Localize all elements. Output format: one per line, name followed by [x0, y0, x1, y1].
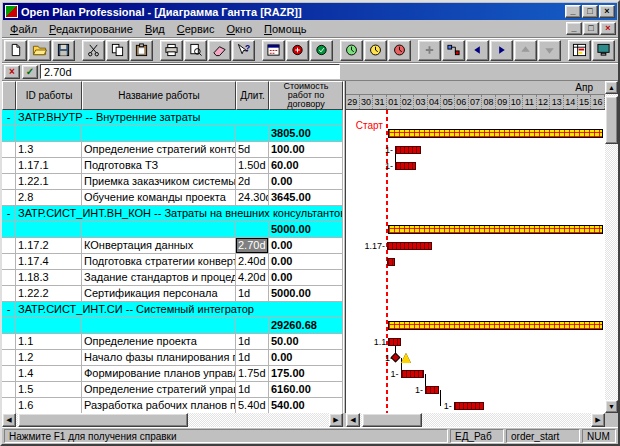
- group-title-cell[interactable]: ЗАТР.ВНУТР -- Внутренние затраты: [16, 110, 343, 126]
- eraser-button[interactable]: [208, 40, 231, 61]
- cancel-edit-button[interactable]: ×: [4, 65, 20, 79]
- task-bar[interactable]: [387, 258, 395, 266]
- table-scroll-track[interactable]: [16, 413, 329, 427]
- summary-bar[interactable]: [388, 225, 603, 234]
- gantt-scroll-left-button[interactable]: ◀: [346, 413, 360, 427]
- duration-cell[interactable]: 1d: [236, 286, 269, 302]
- duration-cell[interactable]: 2.70d: [236, 238, 269, 254]
- clock-red-button[interactable]: [388, 40, 411, 61]
- screen-button[interactable]: [592, 40, 615, 61]
- id-column-header[interactable]: ID работы: [16, 81, 82, 110]
- activity-name-cell[interactable]: Разработка рабочих планов проекта: [82, 398, 236, 413]
- activity-id-cell[interactable]: 1.18.3: [16, 270, 82, 286]
- duration-cell[interactable]: 1.75d: [236, 366, 269, 382]
- view-settings-button[interactable]: [568, 40, 591, 61]
- activity-name-cell[interactable]: КОнвертация данных: [82, 238, 236, 254]
- gantt-scroll-track[interactable]: [360, 413, 591, 427]
- cost-cell[interactable]: 540.00: [269, 398, 343, 413]
- table-scroll-right-button[interactable]: ▶: [329, 413, 343, 427]
- paste-button[interactable]: [130, 40, 153, 61]
- print-preview-button[interactable]: [184, 40, 207, 61]
- duration-cell[interactable]: 4.20d: [236, 270, 269, 286]
- cut-button[interactable]: [82, 40, 105, 61]
- duration-cell[interactable]: [236, 318, 269, 334]
- copy-button[interactable]: [106, 40, 129, 61]
- name-column-header[interactable]: Название работы: [82, 81, 236, 110]
- activity-name-cell[interactable]: Подготовка ТЗ: [82, 158, 236, 174]
- activity-name-cell[interactable]: Сертификация персонала: [82, 286, 236, 302]
- group-title-cell[interactable]: ЗАТР.СИСТ_ИНТ.СИ -- Системный интегратор: [16, 302, 343, 318]
- context-help-button[interactable]: ?: [232, 40, 255, 61]
- accept-edit-button[interactable]: ✓: [22, 65, 38, 79]
- activity-name-cell[interactable]: [82, 222, 236, 238]
- menu-item[interactable]: Окно: [220, 21, 258, 37]
- maximize-button[interactable]: □: [582, 5, 598, 18]
- indent-button[interactable]: [490, 40, 513, 61]
- cost-cell[interactable]: 0.00: [269, 174, 343, 190]
- activity-name-cell[interactable]: [82, 126, 236, 142]
- outdent-button[interactable]: [466, 40, 489, 61]
- activity-id-cell[interactable]: 1.4: [16, 366, 82, 382]
- cost-cell[interactable]: 0.00: [269, 238, 343, 254]
- activity-id-cell[interactable]: 1.17.4: [16, 254, 82, 270]
- duration-cell[interactable]: 1.50d: [236, 158, 269, 174]
- cost-cell[interactable]: 0.00: [269, 350, 343, 366]
- duration-cell[interactable]: [236, 222, 269, 238]
- cost-cell[interactable]: 0.00: [269, 270, 343, 286]
- close-button[interactable]: ×: [599, 5, 615, 18]
- cost-cell[interactable]: 175.00: [269, 366, 343, 382]
- menu-item[interactable]: Файл: [4, 21, 43, 37]
- task-bar[interactable]: [425, 386, 439, 394]
- mdi-minimize-button[interactable]: _: [566, 22, 582, 35]
- new-button[interactable]: [4, 40, 27, 61]
- menu-item[interactable]: Помощь: [258, 21, 313, 37]
- activity-id-cell[interactable]: 1.22.2: [16, 286, 82, 302]
- activity-id-cell[interactable]: [16, 222, 82, 238]
- activity-name-cell[interactable]: Определение стратегий контоля и отч: [82, 142, 236, 158]
- duration-cell[interactable]: 1d: [236, 350, 269, 366]
- task-bar[interactable]: [401, 370, 425, 378]
- vertical-scrollbar[interactable]: ▲ ▼: [605, 81, 618, 413]
- gantt-scroll-thumb[interactable]: [362, 413, 422, 427]
- activity-id-cell[interactable]: [16, 126, 82, 142]
- duration-cell[interactable]: 5d: [236, 142, 269, 158]
- scroll-down-button[interactable]: ▼: [605, 400, 618, 413]
- activity-name-cell[interactable]: Подготовка стратегии конвертации: [82, 254, 236, 270]
- cost-cell[interactable]: 3805.00: [269, 126, 343, 142]
- link-activities-button[interactable]: [442, 40, 465, 61]
- scroll-up-button[interactable]: ▲: [605, 81, 618, 94]
- duration-cell[interactable]: 5.40d: [236, 398, 269, 413]
- resource-scheduling-button[interactable]: [286, 40, 309, 61]
- activity-id-cell[interactable]: 1.17.1: [16, 158, 82, 174]
- duration-cell[interactable]: [236, 126, 269, 142]
- cost-cell[interactable]: 6160.00: [269, 382, 343, 398]
- activity-id-cell[interactable]: 1.17.2: [16, 238, 82, 254]
- menu-item[interactable]: Вид: [139, 21, 171, 37]
- activity-id-cell[interactable]: 1.3: [16, 142, 82, 158]
- print-button[interactable]: [160, 40, 183, 61]
- move-down-button[interactable]: [538, 40, 561, 61]
- cost-cell[interactable]: 60.00: [269, 158, 343, 174]
- clock-green-button[interactable]: [340, 40, 363, 61]
- activity-id-cell[interactable]: 2.8: [16, 190, 82, 206]
- gantt-scroll-right-button[interactable]: ▶: [591, 413, 605, 427]
- mdi-restore-button[interactable]: □: [583, 22, 599, 35]
- row-expand-cell[interactable]: -: [2, 302, 16, 318]
- gantt-hscrollbar[interactable]: ◀ ▶: [346, 413, 605, 427]
- menu-item[interactable]: Редактирование: [43, 21, 139, 37]
- activity-name-cell[interactable]: Формирование планов управления: [82, 366, 236, 382]
- duration-cell[interactable]: 1d: [236, 334, 269, 350]
- activity-name-cell[interactable]: Приемка заказчиком системы клиент: [82, 174, 236, 190]
- summary-bar[interactable]: [388, 321, 603, 330]
- summary-bar[interactable]: [388, 129, 603, 138]
- activity-name-cell[interactable]: Определение проекта: [82, 334, 236, 350]
- activity-name-cell[interactable]: Определение стратегий управления и: [82, 382, 236, 398]
- duration-cell[interactable]: 24.30d: [236, 190, 269, 206]
- cost-cell[interactable]: 0.00: [269, 254, 343, 270]
- time-analysis-button[interactable]: [262, 40, 285, 61]
- cost-cell[interactable]: 50.00: [269, 334, 343, 350]
- task-bar[interactable]: [454, 402, 484, 410]
- table-hscrollbar[interactable]: ◀ ▶: [2, 413, 343, 427]
- table-scroll-thumb[interactable]: [18, 413, 188, 427]
- cost-cell[interactable]: 29260.68: [269, 318, 343, 334]
